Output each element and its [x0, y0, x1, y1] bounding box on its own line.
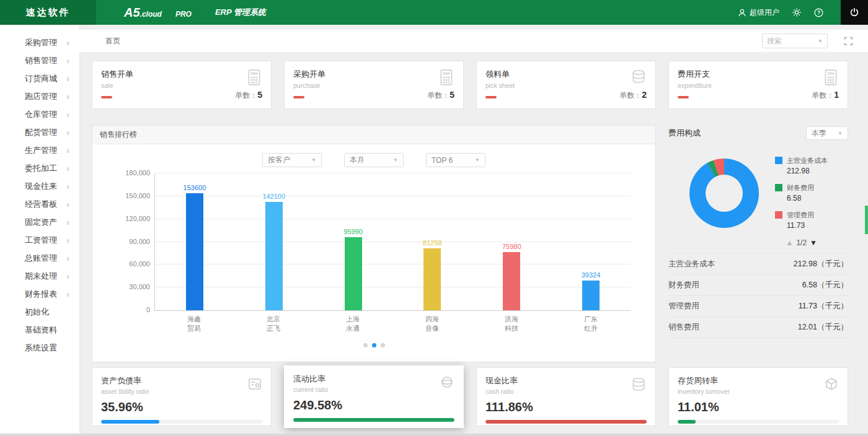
settings-button[interactable]: [792, 7, 802, 17]
chevron-down-icon: ▼: [311, 157, 316, 163]
sidebar-item[interactable]: 采购管理›: [0, 33, 79, 51]
stat-count-label: 单数：: [619, 91, 642, 100]
panel-title: 费用构成: [668, 128, 701, 139]
bar: [582, 281, 600, 310]
bar-category-label: 广东 红升: [551, 315, 631, 333]
stat-card-count: 单数：1: [812, 89, 839, 101]
brand-badge: PRO: [175, 10, 192, 19]
legend-item: 管理费用11.73: [775, 211, 828, 230]
ratio-card[interactable]: 存货周转率inventory turnover11.01%: [668, 367, 848, 426]
pager-label: 1/2: [796, 238, 807, 247]
sidebar-item[interactable]: 工资管理›: [0, 231, 79, 249]
sidebar-item[interactable]: 配货管理›: [0, 123, 79, 141]
fullscreen-button[interactable]: [844, 37, 853, 46]
pager-up-icon[interactable]: ▲: [786, 238, 794, 247]
search-input[interactable]: [767, 37, 815, 45]
stat-card-subtitle: sale: [101, 82, 262, 89]
filter-select[interactable]: TOP 6▼: [426, 153, 485, 167]
stat-count-label: 单数：: [812, 91, 834, 100]
breadcrumb-home[interactable]: 首页: [105, 36, 120, 46]
stat-count-value: 5: [257, 90, 262, 100]
sidebar-item-label: 跑店管理: [25, 91, 57, 102]
chevron-right-icon: ›: [66, 128, 69, 137]
period-select-value: 本季: [812, 128, 826, 139]
bar-category-label: 上海 永通: [313, 315, 392, 333]
sidebar-item-label: 系统设置: [25, 342, 57, 354]
panel-title: 销售排行榜: [100, 129, 137, 140]
system-title: ERP 管理系统: [215, 7, 266, 18]
sidebar-item[interactable]: 生产管理›: [0, 141, 79, 159]
sidebar-item[interactable]: 仓库管理›: [0, 105, 79, 123]
sidebar-item-label: 固定资产: [25, 217, 57, 228]
coins-icon: [631, 69, 647, 87]
ratio-card-subtitle: inventory turnover: [678, 388, 839, 395]
expense-panel-header: 费用构成 本季 ▼: [668, 126, 848, 140]
filter-select[interactable]: 按客户▼: [262, 153, 322, 167]
bar-category-label: 海鑫 贸易: [154, 315, 234, 333]
stat-card[interactable]: 费用开支expenditure单数：1: [668, 61, 848, 109]
stat-card-accent-dash: [293, 96, 304, 98]
search-combobox[interactable]: ▼: [762, 33, 828, 48]
sidebar-item[interactable]: 基础资料: [0, 321, 79, 339]
sidebar-item[interactable]: 初始化: [0, 303, 79, 321]
sidebar-item[interactable]: 委托加工›: [0, 159, 79, 177]
sidebar-item[interactable]: 订货商城›: [0, 69, 79, 87]
carousel-dot[interactable]: [363, 343, 368, 347]
sidebar-item[interactable]: 期末处理›: [0, 267, 79, 285]
stat-card[interactable]: 采购开单purchase单数：5: [284, 61, 464, 109]
expense-composition-panel: 费用构成 本季 ▼ 主营业务成本212.98财务费用6.58管理费用11.73: [668, 125, 848, 362]
sidebar-item[interactable]: 经营看板›: [0, 195, 79, 213]
sidebar-item[interactable]: 现金往来›: [0, 177, 79, 195]
filter-select-value: 按客户: [268, 155, 290, 165]
crumbbar-actions: ▼: [762, 33, 853, 48]
sidebar-item[interactable]: 跑店管理›: [0, 87, 79, 105]
filter-select[interactable]: 本月▼: [344, 153, 404, 167]
donut-legend: 主营业务成本212.98财务费用6.58管理费用11.73: [775, 156, 828, 230]
sidebar-item[interactable]: 财务报表›: [0, 285, 79, 303]
carousel-dot[interactable]: [372, 343, 376, 347]
y-axis-tick-label: 180,000: [114, 169, 150, 177]
user-menu[interactable]: 超级用户: [738, 7, 779, 18]
stat-count-value: 2: [642, 90, 647, 100]
help-button[interactable]: ?: [814, 8, 823, 17]
stat-card[interactable]: 销售开单sale单数：5: [92, 61, 272, 109]
ratio-card[interactable]: 现金比率cash ratio111.86%: [476, 367, 656, 426]
sidebar-item-label: 初始化: [25, 307, 49, 318]
horizontal-scrollbar[interactable]: [0, 434, 868, 436]
pager-down-icon[interactable]: ▼: [810, 238, 817, 247]
stat-card[interactable]: 领料单pick sheet单数：2: [476, 61, 656, 109]
sidebar-item-label: 工资管理: [25, 235, 57, 246]
chevron-right-icon: ›: [66, 110, 69, 119]
expense-row: 销售费用12.01（千元）: [668, 317, 848, 338]
bar-category-label: 北京 正飞: [234, 315, 313, 333]
svg-text:?: ?: [817, 9, 820, 15]
ratio-card[interactable]: 流动比率current ratio249.58%: [284, 365, 464, 428]
stat-card-count: 单数：2: [619, 89, 647, 101]
legend-label: 主营业务成本: [787, 156, 828, 165]
stat-card-subtitle: pick sheet: [485, 82, 647, 89]
expense-row-value: 12.01（千元）: [798, 322, 848, 333]
globe-icon: [440, 375, 454, 392]
carousel-dot[interactable]: [381, 343, 385, 347]
expense-row-label: 财务费用: [668, 280, 699, 290]
stat-count-label: 单数：: [235, 91, 257, 100]
sidebar-item[interactable]: 固定资产›: [0, 213, 79, 231]
legend-value: 212.98: [787, 167, 828, 175]
legend-value: 6.58: [787, 194, 814, 203]
logout-button[interactable]: [841, 0, 868, 25]
ratio-card[interactable]: 资产负债率asset libility ratio35.96%: [92, 367, 272, 426]
vertical-scrollbar-thumb[interactable]: [865, 206, 868, 234]
legend-color-swatch: [775, 184, 782, 191]
stat-card-accent-dash: [485, 96, 497, 98]
sales-ranking-panel: 销售排行榜 按客户▼本月▼TOP 6▼ 030,00060,00090,0001…: [92, 125, 656, 362]
sidebar-item[interactable]: 总账管理›: [0, 249, 79, 267]
sidebar-item-label: 基础资料: [25, 325, 57, 336]
period-select[interactable]: 本季 ▼: [806, 126, 848, 140]
progress-bar-fill: [293, 418, 454, 422]
sidebar-item[interactable]: 销售管理›: [0, 51, 79, 69]
stat-card-title: 费用开支: [678, 69, 839, 80]
sidebar-item-label: 总账管理: [25, 253, 57, 264]
sidebar-item[interactable]: 系统设置: [0, 339, 79, 357]
stat-count-label: 单数：: [427, 91, 450, 100]
ratio-card-subtitle: current ratio: [293, 386, 454, 393]
